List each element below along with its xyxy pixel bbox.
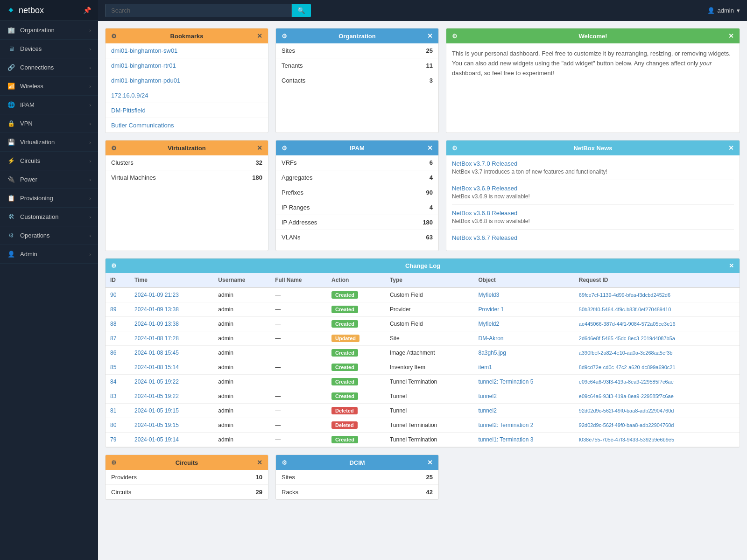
request-id-link[interactable]: 50b32f40-5464-4f9c-b83f-0ef270489410	[579, 307, 671, 312]
sidebar-item-customization[interactable]: 🛠 Customization ›	[0, 208, 98, 226]
request-id-link[interactable]: f038e755-705e-47f3-9433-5392b9e6b9e5	[579, 437, 674, 442]
close-icon[interactable]: ✕	[728, 32, 734, 40]
sidebar-item-provisioning[interactable]: 📋 Provisioning ›	[0, 189, 98, 208]
time-link[interactable]: 2024-01-09 13:38	[134, 321, 179, 327]
request-id-link[interactable]: 92d02d9c-562f-49f0-baa8-adb22904760d	[579, 422, 674, 428]
object-link[interactable]: tunnel2: Termination 5	[478, 378, 533, 385]
sidebar-item-devices[interactable]: 🖥 Devices ›	[0, 40, 98, 58]
news-link[interactable]: NetBox v3.6.9 Released	[452, 185, 517, 192]
table-row: VLANs 63	[276, 230, 438, 245]
sidebar-item-wireless[interactable]: 📶 Wireless ›	[0, 77, 98, 96]
sidebar-item-circuits[interactable]: ⚡ Circuits ›	[0, 152, 98, 170]
bookmark-link[interactable]: dmi01-binghamton-pdu01	[111, 77, 180, 84]
request-id-link[interactable]: e09c64a6-93f3-419a-8ea9-229585f7c6ae	[579, 393, 674, 399]
close-icon[interactable]: ✕	[729, 262, 734, 269]
object-link[interactable]: Provider 1	[478, 306, 504, 313]
sidebar-label-power: Power	[20, 176, 37, 183]
bookmark-link[interactable]: Butler Communications	[111, 122, 174, 129]
sidebar-item-vpn[interactable]: 🔒 VPN ›	[0, 114, 98, 133]
bookmark-link[interactable]: 172.16.0.9/24	[111, 92, 148, 99]
gear-icon[interactable]: ⚙	[282, 459, 287, 466]
gear-icon[interactable]: ⚙	[452, 33, 458, 40]
sidebar-item-virtualization[interactable]: 💾 Virtualization ›	[0, 133, 98, 152]
news-link[interactable]: NetBox v3.6.8 Released	[452, 210, 517, 217]
time-link[interactable]: 2024-01-09 13:38	[134, 306, 179, 313]
request-id-link[interactable]: e09c64a6-93f3-419a-8ea9-229585f7c6ae	[579, 379, 674, 385]
id-link[interactable]: 80	[110, 422, 116, 428]
gear-icon[interactable]: ⚙	[282, 145, 287, 152]
cell-time: 2024-01-05 19:22	[130, 375, 213, 389]
sidebar-label-connections: Connections	[20, 64, 54, 71]
bookmark-link[interactable]: dmi01-binghamton-sw01	[111, 47, 177, 54]
object-link[interactable]: item1	[478, 364, 492, 371]
bookmark-link[interactable]: dmi01-binghamton-rtr01	[111, 62, 176, 69]
gear-icon[interactable]: ⚙	[282, 33, 287, 40]
request-id-link[interactable]: 69fce7cf-1139-4d99-bfea-f3dcbd2452d6	[579, 292, 670, 298]
object-link[interactable]: Myfield2	[478, 321, 499, 327]
sidebar-item-ipam[interactable]: 🌐 IPAM ›	[0, 96, 98, 114]
id-link[interactable]: 84	[110, 378, 116, 385]
object-link[interactable]: tunnel2: Termination 2	[478, 422, 533, 428]
cell-time: 2024-01-05 19:14	[130, 433, 213, 447]
time-link[interactable]: 2024-01-05 19:22	[134, 393, 179, 399]
sidebar-item-organization[interactable]: 🏢 Organization ›	[0, 21, 98, 40]
time-link[interactable]: 2024-01-08 15:45	[134, 350, 179, 356]
close-icon[interactable]: ✕	[257, 144, 262, 152]
time-link[interactable]: 2024-01-05 19:14	[134, 436, 179, 443]
request-id-link[interactable]: a390fbef-2a82-4e10-aa0a-3c268aa5ef3b	[579, 350, 673, 356]
close-icon[interactable]: ✕	[427, 144, 433, 152]
news-link[interactable]: NetBox v3.6.7 Released	[452, 234, 517, 241]
search-button[interactable]: 🔍	[292, 4, 311, 17]
time-link[interactable]: 2024-01-08 17:28	[134, 335, 179, 342]
gear-icon[interactable]: ⚙	[111, 262, 117, 269]
request-id-link[interactable]: 2d6d6e8f-5465-45dc-8ec3-2019d4087b5a	[579, 336, 675, 341]
bookmark-link[interactable]: DM-Pittsfield	[111, 107, 146, 114]
table-row: Virtual Machines 180	[106, 170, 268, 185]
row-label: Virtual Machines	[111, 174, 156, 181]
close-icon[interactable]: ✕	[257, 459, 262, 466]
object-link[interactable]: DM-Akron	[478, 335, 503, 342]
time-link[interactable]: 2024-01-05 19:15	[134, 422, 179, 428]
time-link[interactable]: 2024-01-05 19:15	[134, 407, 179, 414]
object-link[interactable]: tunnel1: Termination 3	[478, 436, 533, 443]
organization-title: Organization	[338, 33, 375, 40]
search-input[interactable]	[105, 4, 292, 17]
id-link[interactable]: 90	[110, 292, 116, 298]
object-link[interactable]: tunnel2	[478, 407, 496, 414]
object-link[interactable]: tunnel2	[478, 393, 496, 399]
cell-object: Myfield3	[473, 287, 574, 302]
id-link[interactable]: 88	[110, 321, 116, 327]
time-link[interactable]: 2024-01-05 19:22	[134, 378, 179, 385]
close-icon[interactable]: ✕	[427, 459, 433, 466]
id-link[interactable]: 81	[110, 407, 116, 414]
request-id-link[interactable]: ae445066-387d-44f1-9084-572a05ce3e16	[579, 321, 676, 327]
id-link[interactable]: 86	[110, 350, 116, 356]
time-link[interactable]: 2024-01-09 21:23	[134, 292, 179, 298]
sidebar-item-operations[interactable]: ⚙ Operations ›	[0, 226, 98, 245]
close-icon[interactable]: ✕	[257, 32, 262, 40]
gear-icon[interactable]: ⚙	[452, 145, 458, 152]
id-link[interactable]: 79	[110, 436, 116, 443]
time-link[interactable]: 2024-01-08 15:14	[134, 364, 179, 371]
logo-area[interactable]: ✦ netbox 📌	[0, 0, 98, 21]
gear-icon[interactable]: ⚙	[111, 145, 117, 152]
table-row: 81 2024-01-05 19:15 admin — Deleted Tunn…	[106, 404, 740, 418]
id-link[interactable]: 89	[110, 306, 116, 313]
id-link[interactable]: 83	[110, 393, 116, 399]
id-link[interactable]: 87	[110, 335, 116, 342]
gear-icon[interactable]: ⚙	[111, 459, 117, 466]
close-icon[interactable]: ✕	[427, 32, 433, 40]
id-link[interactable]: 85	[110, 364, 116, 371]
request-id-link[interactable]: 92d02d9c-562f-49f0-baa8-adb22904760d	[579, 408, 674, 413]
gear-icon[interactable]: ⚙	[111, 33, 117, 40]
close-icon[interactable]: ✕	[728, 144, 734, 152]
sidebar-item-connections[interactable]: 🔗 Connections ›	[0, 58, 98, 77]
request-id-link[interactable]: 8d9cd72e-cd0c-47c2-a620-dc899a690c21	[579, 364, 676, 370]
dcim-title: DCIM	[349, 459, 365, 466]
news-link[interactable]: NetBox v3.7.0 Released	[452, 160, 517, 167]
object-link[interactable]: Myfield3	[478, 292, 499, 298]
sidebar-item-power[interactable]: 🔌 Power ›	[0, 170, 98, 189]
object-link[interactable]: 8a3gh5.jpg	[478, 350, 506, 356]
sidebar-item-admin[interactable]: 👤 Admin ›	[0, 245, 98, 264]
user-menu[interactable]: 👤 admin ▾	[707, 7, 740, 14]
